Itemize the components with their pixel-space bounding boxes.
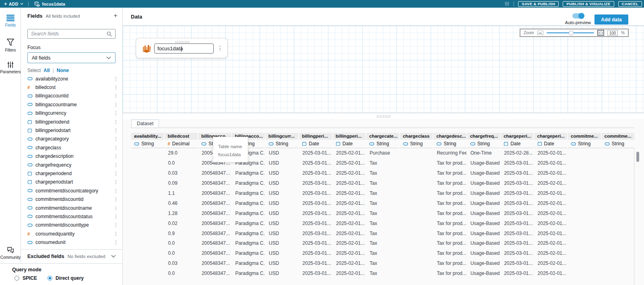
view-settings-icon[interactable] — [504, 1, 510, 6]
table-name-input[interactable]: focus1data — [154, 43, 214, 54]
field-menu-icon[interactable]: ⋮ — [114, 119, 118, 125]
field-menu-icon[interactable]: ⋮ — [114, 136, 118, 142]
field-item[interactable]: commitmentdiscounttype⋮ — [27, 221, 118, 229]
panel-resize-divider[interactable] — [123, 114, 644, 119]
rail-item-fields[interactable]: Fields — [0, 14, 21, 27]
column-header[interactable]: billingperi... — [333, 133, 365, 140]
field-item[interactable]: commitmentdiscountid⋮ — [27, 195, 118, 203]
column-header[interactable]: billedcost — [165, 133, 197, 140]
cancel-button[interactable]: CANCEL — [618, 1, 642, 7]
field-menu-icon[interactable]: ⋮ — [114, 128, 118, 133]
field-item[interactable]: billingaccountname⋮ — [27, 100, 118, 109]
column-header[interactable]: chargeperi... — [535, 133, 567, 140]
field-menu-icon[interactable]: ⋮ — [114, 188, 118, 194]
column-header[interactable]: commitme... — [568, 133, 601, 140]
zoom-slider[interactable] — [547, 32, 594, 33]
column-type[interactable]: String — [400, 140, 433, 148]
column-header[interactable]: chargeclass — [400, 133, 433, 140]
field-menu-icon[interactable]: ⋮ — [114, 162, 118, 168]
field-menu-icon[interactable]: ⋮ — [114, 85, 118, 90]
field-menu-icon[interactable]: ⋮ — [114, 205, 118, 211]
select-all-link[interactable]: All — [43, 68, 50, 73]
column-type[interactable]: Date — [333, 140, 365, 148]
publish-and-visualize-button[interactable]: PUBLISH & VISUALIZE — [563, 1, 614, 7]
column-type[interactable]: String — [366, 140, 399, 148]
field-menu-icon[interactable]: ⋮ — [114, 214, 118, 219]
field-item[interactable]: chargeperiodstart⋮ — [27, 178, 118, 186]
chevron-down-icon[interactable] — [111, 255, 116, 258]
field-item[interactable]: consumedunit⋮ — [27, 238, 118, 246]
column-type[interactable]: String — [131, 140, 164, 148]
field-menu-icon[interactable]: ⋮ — [114, 240, 118, 245]
field-menu-icon[interactable]: ⋮ — [114, 153, 118, 159]
column-header[interactable]: billingperi... — [299, 133, 332, 140]
field-item[interactable]: availabilityzone⋮ — [27, 74, 118, 83]
field-item[interactable]: chargecategory⋮ — [27, 135, 118, 143]
field-item[interactable]: chargeclass⋮ — [27, 143, 118, 152]
zoom-slider-thumb[interactable] — [569, 31, 574, 35]
rail-item-parameters[interactable]: Parameters — [0, 61, 21, 74]
add-data-button[interactable]: Add data — [594, 14, 628, 25]
auto-preview-toggle[interactable] — [572, 13, 584, 19]
zoom-fit-width-button[interactable] — [537, 31, 543, 35]
node-menu-icon[interactable]: ⋮ — [217, 45, 223, 51]
field-menu-icon[interactable]: ⋮ — [114, 110, 118, 116]
field-item[interactable]: chargedescription⋮ — [27, 152, 118, 161]
column-header[interactable]: billingcurr... — [266, 133, 298, 140]
save-and-publish-button[interactable]: SAVE & PUBLISH — [518, 1, 559, 7]
focus-select[interactable]: All fields — [27, 52, 116, 63]
column-type[interactable]: String — [433, 140, 466, 148]
excluded-fields-section[interactable]: Excluded fields No fields excluded — [21, 249, 122, 263]
prep-canvas[interactable]: Zoom 100 % focus1data — [123, 26, 644, 113]
field-menu-icon[interactable]: ⋮ — [114, 102, 118, 107]
add-calculated-field-button[interactable]: + — [114, 13, 118, 19]
field-menu-icon[interactable]: ⋮ — [114, 179, 118, 185]
add-menu-button[interactable]: + ADD — [0, 0, 28, 8]
column-type[interactable]: Date — [535, 140, 567, 148]
zoom-value[interactable]: 100 — [607, 30, 618, 36]
scrollbar-thumb[interactable] — [636, 152, 639, 162]
column-header[interactable]: chargefreq... — [467, 133, 500, 140]
field-item[interactable]: billingperiodstart⋮ — [27, 126, 118, 134]
field-item[interactable]: chargefrequency⋮ — [27, 161, 118, 169]
column-type[interactable]: String — [602, 140, 634, 148]
direct-query-radio[interactable]: Direct query — [47, 275, 84, 281]
drag-handle-dots[interactable] — [175, 41, 190, 43]
column-type[interactable]: String — [568, 140, 601, 148]
column-header[interactable]: chargeperi... — [501, 133, 533, 140]
field-item[interactable]: chargeperiodend⋮ — [27, 169, 118, 178]
field-item[interactable]: commitmentdiscountstatus⋮ — [27, 212, 118, 221]
zoom-fit-screen-button[interactable] — [597, 30, 604, 36]
column-type[interactable]: String — [266, 140, 298, 148]
field-item[interactable]: billingaccountid⋮ — [27, 92, 118, 100]
field-item[interactable]: #billedcost⋮ — [27, 83, 118, 91]
spice-radio[interactable]: SPICE — [14, 275, 37, 281]
column-type[interactable]: #Decimal — [165, 140, 197, 148]
search-fields-input[interactable] — [31, 31, 107, 37]
column-type[interactable]: Date — [299, 140, 332, 148]
field-menu-icon[interactable]: ⋮ — [114, 93, 118, 99]
field-menu-icon[interactable]: ⋮ — [114, 76, 118, 82]
table-node-card[interactable]: focus1data ⋮ — [136, 38, 227, 58]
field-item[interactable]: #consumedquantity⋮ — [27, 229, 118, 238]
vertical-scrollbar[interactable] — [636, 149, 639, 283]
field-menu-icon[interactable]: ⋮ — [114, 171, 118, 176]
field-menu-icon[interactable]: ⋮ — [114, 145, 118, 151]
field-item[interactable]: commitmentdiscountname⋮ — [27, 204, 118, 212]
column-header[interactable]: chargecate... — [366, 133, 399, 140]
column-header[interactable]: availability... — [131, 133, 164, 140]
dataset-tab[interactable]: Dataset — [131, 120, 159, 128]
field-item[interactable]: commitmentdiscountcategory⋮ — [27, 186, 118, 195]
field-item[interactable]: billingperiodend⋮ — [27, 118, 118, 126]
rail-item-filters[interactable]: Filters — [0, 38, 21, 52]
column-type[interactable]: Date — [501, 140, 533, 148]
field-menu-icon[interactable]: ⋮ — [114, 196, 118, 202]
select-none-link[interactable]: None — [57, 68, 69, 73]
column-header[interactable]: commitme... — [602, 133, 634, 140]
field-menu-icon[interactable]: ⋮ — [114, 231, 118, 237]
column-header[interactable]: chargedesc... — [433, 133, 466, 140]
field-menu-icon[interactable]: ⋮ — [114, 222, 118, 228]
rail-item-community[interactable]: Community — [0, 246, 21, 260]
column-type[interactable]: String — [467, 140, 500, 148]
search-fields-box[interactable] — [27, 29, 116, 39]
